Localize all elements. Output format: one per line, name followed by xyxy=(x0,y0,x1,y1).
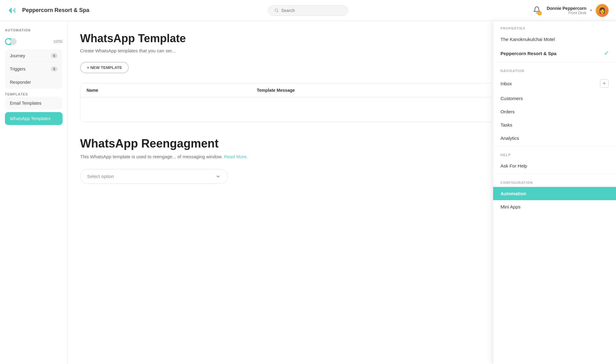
sidebar-item-triggers-label: Triggers xyxy=(10,67,26,71)
sidebar: AUTOMATION 10/50 Journey 5 Triggers 5 Re… xyxy=(0,21,68,364)
dropdown-item-tasks-label: Tasks xyxy=(500,122,512,127)
sidebar-item-whatsapp-templates-label: WhatsApp Templates xyxy=(10,116,51,121)
divider-1 xyxy=(493,62,616,62)
toggle-thumb xyxy=(6,39,11,44)
sidebar-item-email-templates[interactable]: Email Templates xyxy=(5,97,63,110)
logo-text: Peppercorn Resort & Spa xyxy=(22,7,89,14)
header-right: ! Donnie Peppercorn Front Desk ▼ 👩 xyxy=(533,4,609,17)
dropdown-item-customers[interactable]: Customers xyxy=(493,92,616,105)
search-icon xyxy=(274,8,279,13)
search-container xyxy=(268,5,348,16)
navigation-label: NAVIGATION xyxy=(493,63,616,75)
sidebar-item-journey[interactable]: Journey 5 xyxy=(5,49,63,63)
dropdown-item-kanoknukulchai[interactable]: The Kanoknukulchai Motel xyxy=(493,33,616,46)
dropdown-item-tasks[interactable]: Tasks xyxy=(493,118,616,131)
dropdown-item-inbox-label: Inbox xyxy=(500,81,512,86)
sidebar-item-responder[interactable]: Responder xyxy=(5,76,63,89)
dropdown-item-ask-help-label: Ask For Help xyxy=(500,163,527,168)
user-text: Donnie Peppercorn Front Desk xyxy=(547,6,586,15)
divider-3 xyxy=(493,174,616,174)
dropdown-item-inbox[interactable]: Inbox + xyxy=(493,75,616,92)
sidebar-item-whatsapp-templates[interactable]: WhatsApp Templates xyxy=(5,112,63,125)
whatsapp-templates-menu: WhatsApp Templates xyxy=(5,112,63,125)
user-role: Front Desk xyxy=(547,11,586,15)
properties-label: PROPERTIES xyxy=(493,21,616,33)
sidebar-item-triggers-badge: 5 xyxy=(51,67,58,71)
sidebar-item-triggers[interactable]: Triggers 5 xyxy=(5,63,63,76)
search-input[interactable] xyxy=(281,8,330,13)
dropdown-item-analytics-label: Analytics xyxy=(500,135,519,141)
sidebar-item-responder-label: Responder xyxy=(10,80,31,85)
select-placeholder: Select option xyxy=(87,174,114,179)
search-box[interactable] xyxy=(268,5,348,16)
automation-header: AUTOMATION xyxy=(5,28,63,35)
dropdown-item-mini-apps-label: Mini Apps xyxy=(500,204,521,209)
dropdown-item-automation-label: Automation xyxy=(500,191,526,196)
dropdown-item-mini-apps[interactable]: Mini Apps xyxy=(493,200,616,213)
user-dropdown-arrow: ▼ xyxy=(590,9,593,12)
layout: AUTOMATION 10/50 Journey 5 Triggers 5 Re… xyxy=(0,21,616,364)
logo: Peppercorn Resort & Spa xyxy=(7,5,89,16)
automation-menu: Journey 5 Triggers 5 Responder xyxy=(5,49,63,89)
sidebar-item-journey-badge: 5 xyxy=(51,53,58,58)
header: Peppercorn Resort & Spa ! Donnie Pepperc… xyxy=(0,0,616,21)
check-icon: ✓ xyxy=(604,50,609,57)
dropdown-item-orders[interactable]: Orders xyxy=(493,105,616,118)
automation-count: 10/50 xyxy=(53,39,63,44)
dropdown-item-orders-label: Orders xyxy=(500,109,515,114)
reengagement-desc-text: This WhatsApp template is used to reenga… xyxy=(80,154,224,159)
sidebar-item-journey-label: Journey xyxy=(10,53,25,58)
new-template-button[interactable]: + NEW TEMPLATE xyxy=(80,62,129,73)
configuration-label: CONFIGURATION xyxy=(493,175,616,187)
dropdown-item-ask-help[interactable]: Ask For Help xyxy=(493,159,616,172)
sidebar-item-email-templates-label: Email Templates xyxy=(10,101,41,106)
chevron-down-icon xyxy=(215,174,221,179)
dropdown-panel: PROPERTIES The Kanoknukulchai Motel Pepp… xyxy=(493,21,616,364)
divider-2 xyxy=(493,146,616,146)
notification-bell[interactable]: ! xyxy=(533,6,541,15)
avatar: 👩 xyxy=(596,4,609,17)
templates-label: TEMPLATES xyxy=(5,92,28,96)
automation-toggle-row: 10/50 xyxy=(5,38,63,45)
help-label: HELP xyxy=(493,148,616,159)
inbox-plus-button[interactable]: + xyxy=(600,79,609,88)
automation-label: AUTOMATION xyxy=(5,28,31,32)
dropdown-item-customers-label: Customers xyxy=(500,96,523,101)
templates-menu: Email Templates xyxy=(5,97,63,110)
dropdown-item-peppercorn-label: Peppercorn Resort & Spa xyxy=(500,51,557,56)
table-header-name: Name xyxy=(87,88,257,93)
dropdown-item-analytics[interactable]: Analytics xyxy=(493,131,616,145)
svg-point-0 xyxy=(275,9,278,11)
user-info[interactable]: Donnie Peppercorn Front Desk ▼ 👩 xyxy=(547,4,609,17)
select-dropdown[interactable]: Select option xyxy=(80,169,228,184)
notification-badge: ! xyxy=(537,11,542,15)
dropdown-item-automation[interactable]: Automation xyxy=(493,187,616,200)
read-more-link[interactable]: Read More. xyxy=(224,154,248,159)
logo-icon xyxy=(7,5,18,16)
dropdown-item-kanoknukulchai-label: The Kanoknukulchai Motel xyxy=(500,37,555,42)
user-name: Donnie Peppercorn xyxy=(547,6,586,11)
automation-toggle[interactable] xyxy=(5,38,17,45)
dropdown-item-peppercorn[interactable]: Peppercorn Resort & Spa ✓ xyxy=(493,46,616,61)
